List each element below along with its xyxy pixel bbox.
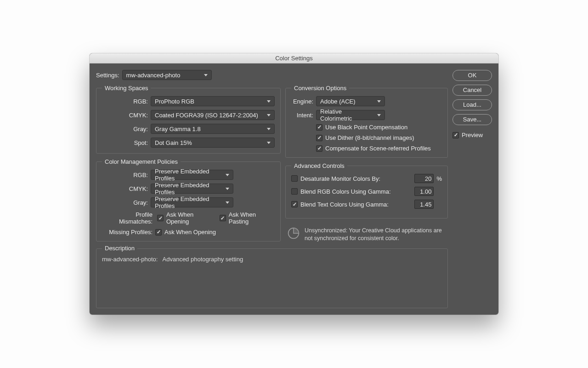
mismatch-paste-label: Ask When Pasting: [229, 211, 275, 225]
missing-open-label: Ask When Opening: [164, 229, 216, 236]
description-name: mw-advanced-photo:: [102, 256, 158, 263]
mismatch-label: Profile Mismatches:: [102, 211, 153, 225]
pol-gray-dropdown[interactable]: Preserve Embedded Profiles: [151, 197, 233, 207]
working-spaces-group: Working Spaces RGB: ProPhoto RGB CMYK: C…: [96, 85, 281, 154]
description-text: Advanced photography setting: [163, 256, 243, 263]
engine-label: Engine:: [291, 98, 313, 105]
scene-checkbox[interactable]: [316, 145, 322, 152]
conversion-legend: Conversion Options: [291, 85, 349, 92]
policies-group: Color Management Policies RGB: Preserve …: [96, 158, 281, 242]
engine-dropdown[interactable]: Adobe (ACE): [316, 96, 385, 106]
desat-checkbox[interactable]: [291, 175, 298, 182]
ok-button[interactable]: OK: [452, 70, 492, 81]
ws-cmyk-dropdown[interactable]: Coated FOGRA39 (ISO 12647-2:2004): [151, 110, 275, 120]
pol-rgb-label: RGB:: [102, 172, 148, 178]
scene-label: Compensate for Scene-referred Profiles: [325, 145, 431, 152]
missing-open-checkbox[interactable]: [155, 229, 162, 236]
advanced-legend: Advanced Controls: [291, 162, 347, 169]
dither-label: Use Dither (8-bit/channel images): [325, 134, 414, 141]
blend-rgb-checkbox[interactable]: [291, 188, 298, 195]
intent-label: Intent:: [291, 112, 313, 119]
desat-label: Desaturate Monitor Colors By:: [300, 175, 412, 182]
settings-label: Settings:: [96, 72, 119, 79]
cancel-button[interactable]: Cancel: [452, 85, 492, 96]
settings-dropdown[interactable]: mw-advanced-photo: [122, 70, 212, 80]
missing-label: Missing Profiles:: [102, 229, 153, 236]
desat-unit: %: [436, 175, 442, 182]
mismatch-open-checkbox[interactable]: [157, 215, 164, 221]
sync-status: Unsynchronized: Your Creative Cloud appl…: [285, 223, 448, 242]
ws-gray-label: Gray:: [102, 126, 148, 132]
description-legend: Description: [102, 245, 137, 252]
pol-gray-label: Gray:: [102, 199, 148, 206]
advanced-group: Advanced Controls Desaturate Monitor Col…: [285, 162, 448, 218]
mismatch-open-label: Ask When Opening: [166, 211, 215, 225]
bpc-checkbox[interactable]: [316, 124, 322, 131]
preview-label: Preview: [462, 132, 483, 138]
pol-cmyk-dropdown[interactable]: Preserve Embedded Profiles: [151, 184, 233, 194]
dither-checkbox[interactable]: [316, 135, 322, 141]
pol-rgb-dropdown[interactable]: Preserve Embedded Profiles: [151, 170, 233, 180]
load-button[interactable]: Load...: [452, 99, 492, 110]
window-title: Color Settings: [90, 53, 498, 63]
blend-text-label: Blend Text Colors Using Gamma:: [300, 201, 412, 208]
blend-rgb-input[interactable]: [414, 187, 434, 196]
blend-text-input[interactable]: [414, 200, 434, 209]
working-spaces-legend: Working Spaces: [102, 85, 151, 92]
sync-text: Unsynchronized: Your Creative Cloud appl…: [305, 227, 446, 242]
ws-rgb-label: RGB:: [102, 98, 148, 105]
sync-icon: [287, 227, 300, 240]
ws-spot-dropdown[interactable]: Dot Gain 15%: [151, 138, 275, 148]
desat-input[interactable]: [414, 174, 434, 183]
settings-value: mw-advanced-photo: [126, 72, 181, 79]
blend-text-checkbox[interactable]: [291, 201, 298, 207]
pol-cmyk-label: CMYK:: [102, 185, 148, 192]
blend-rgb-label: Blend RGB Colors Using Gamma:: [300, 188, 412, 195]
conversion-group: Conversion Options Engine: Adobe (ACE) I…: [285, 85, 448, 158]
preview-checkbox[interactable]: [452, 132, 459, 138]
intent-dropdown[interactable]: Relative Colorimetric: [316, 110, 385, 120]
ws-cmyk-label: CMYK:: [102, 112, 148, 119]
policies-legend: Color Management Policies: [102, 158, 181, 165]
bpc-label: Use Black Point Compensation: [325, 124, 407, 131]
ws-gray-dropdown[interactable]: Gray Gamma 1.8: [151, 124, 275, 134]
color-settings-dialog: Color Settings Settings: mw-advanced-pho…: [90, 53, 498, 315]
save-button[interactable]: Save...: [452, 114, 492, 125]
mismatch-paste-checkbox[interactable]: [220, 215, 226, 221]
ws-spot-label: Spot:: [102, 139, 148, 146]
description-group: Description mw-advanced-photo: Advanced …: [96, 248, 448, 308]
ws-rgb-dropdown[interactable]: ProPhoto RGB: [151, 96, 275, 106]
